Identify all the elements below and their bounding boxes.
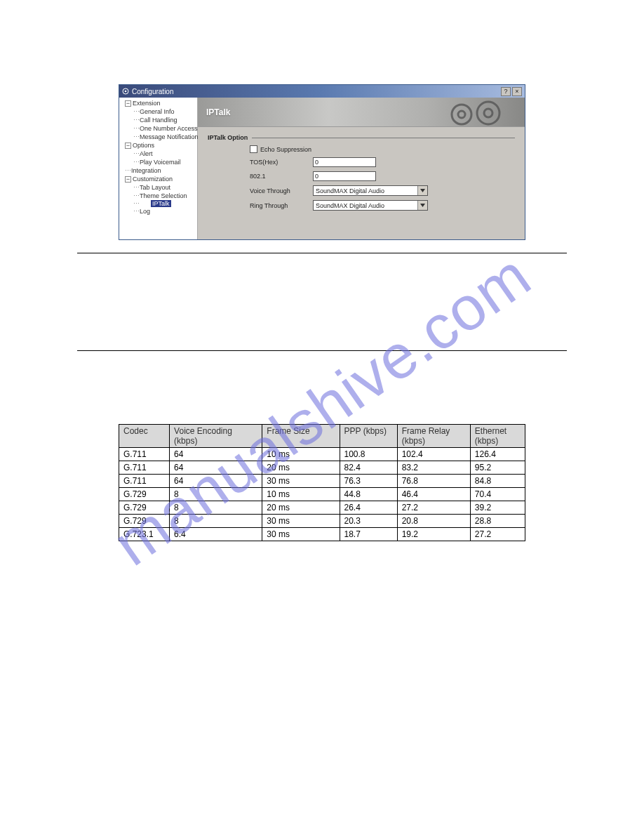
table-cell: 26.4 [340,501,397,515]
content-pane: IPTalk IPTalk Option [198,98,525,239]
ring-through-label: Ring Through [250,202,313,209]
table-cell: 64 [170,461,262,475]
svg-marker-7 [420,204,425,207]
table-cell: 18.7 [340,528,397,541]
table-cell: G.729 [119,515,170,528]
8021-label: 802.1 [250,173,313,180]
table-cell: 126.4 [470,448,525,461]
window-titlebar: Configuration ? × [119,85,525,98]
table-cell: 84.8 [470,475,525,488]
table-cell: 102.4 [397,448,470,461]
table-cell: 64 [170,475,262,488]
8021-input[interactable]: 0 [313,171,376,181]
svg-point-4 [477,102,499,124]
gears-graphic [434,100,518,128]
table-cell: 20.8 [397,515,470,528]
table-cell: G.711 [119,475,170,488]
table-cell: 83.2 [397,461,470,475]
svg-point-1 [125,91,127,93]
tree-node-general-info[interactable]: ⋯General Info [119,107,197,116]
tree-node-extension[interactable]: −Extension [119,99,197,107]
collapse-icon[interactable]: − [125,176,131,183]
tree-node-play-voicemail[interactable]: ⋯Play Voicemail [119,158,197,166]
tree-node-tab-layout[interactable]: ⋯Tab Layout [119,183,197,192]
table-cell: 82.4 [340,461,397,475]
table-cell: 30 ms [262,475,340,488]
table-cell: 39.2 [470,501,525,515]
tree-node-message-notification[interactable]: ⋯Message Notification [119,133,197,141]
table-cell: 100.8 [340,448,397,461]
close-button[interactable]: × [512,87,522,96]
table-cell: 30 ms [262,515,340,528]
codec-table: Codec Voice Encoding (kbps) Frame Size P… [119,424,525,541]
tree-node-log[interactable]: ⋯Log [119,207,197,216]
table-cell: 20 ms [262,501,340,515]
chevron-down-icon [417,186,427,195]
banner: IPTalk [198,98,525,127]
table-cell: 30 ms [262,528,340,541]
table-row: G.7116430 ms76.376.884.8 [119,475,525,488]
table-cell: 27.2 [397,501,470,515]
svg-marker-6 [420,189,425,192]
collapse-icon[interactable]: − [125,143,131,149]
col-ethernet: Ethernet (kbps) [470,425,525,448]
configuration-window: Configuration ? × −Extension ⋯General In… [119,84,525,240]
gear-icon [122,88,129,95]
table-cell: 20 ms [262,461,340,475]
help-button[interactable]: ? [501,87,511,96]
table-cell: 8 [170,501,262,515]
col-frame-relay: Frame Relay (kbps) [397,425,470,448]
table-cell: 46.4 [397,488,470,501]
table-row: G.723.16.430 ms18.719.227.2 [119,528,525,541]
table-row: G.729 820 ms26.427.239.2 [119,501,525,515]
svg-point-2 [452,105,471,124]
echo-suppression-label: Echo Suppression [260,146,311,153]
table-cell: G.729 [119,488,170,501]
horizontal-rule [77,253,567,253]
tree-node-call-handling[interactable]: ⋯Call Handling [119,116,197,124]
table-cell: 20.3 [340,515,397,528]
nav-tree[interactable]: −Extension ⋯General Info ⋯Call Handling … [119,98,198,239]
table-row: G.729 810 ms44.846.470.4 [119,488,525,501]
tree-node-theme-selection[interactable]: ⋯Theme Selection [119,192,197,200]
table-cell: 76.8 [397,475,470,488]
col-frame-size: Frame Size [262,425,340,448]
voice-through-select[interactable]: SoundMAX Digital Audio [313,185,428,196]
svg-point-3 [458,111,465,118]
tree-node-alert[interactable]: ⋯Alert [119,150,197,158]
table-cell: 27.2 [470,528,525,541]
table-cell: G.723.1 [119,528,170,541]
col-voice-encoding: Voice Encoding (kbps) [170,425,262,448]
ring-through-select[interactable]: SoundMAX Digital Audio [313,200,428,211]
voice-through-label: Voice Through [250,187,313,194]
tree-node-iptalk[interactable]: IPTalk [151,200,171,207]
tree-node-customization[interactable]: −Customization [119,175,197,183]
table-cell: G.711 [119,461,170,475]
table-cell: 76.3 [340,475,397,488]
table-cell: 70.4 [470,488,525,501]
tree-node-integration[interactable]: ⋯Integration [119,166,197,175]
table-cell: 8 [170,515,262,528]
tos-input[interactable]: 0 [313,157,376,167]
window-title: Configuration [132,88,501,95]
table-cell: 64 [170,448,262,461]
table-cell: 8 [170,488,262,501]
col-ppp: PPP (kbps) [340,425,397,448]
table-row: G.729 830 ms20.320.828.8 [119,515,525,528]
table-cell: 10 ms [262,448,340,461]
echo-suppression-checkbox[interactable] [250,145,257,153]
table-row: G.7116420 ms82.483.295.2 [119,461,525,475]
tree-node-one-number-access[interactable]: ⋯One Number Access [119,124,197,133]
svg-point-5 [484,109,492,117]
table-row: G.7116410 ms100.8102.4126.4 [119,448,525,461]
table-cell: G.729 [119,501,170,515]
section-title: IPTalk Option [208,134,248,141]
banner-title: IPTalk [206,107,230,117]
table-cell: 44.8 [340,488,397,501]
collapse-icon[interactable]: − [125,100,131,107]
section-divider [252,138,515,138]
col-codec: Codec [119,425,170,448]
tos-label: TOS(Hex) [250,159,313,166]
tree-node-options[interactable]: −Options [119,141,197,150]
chevron-down-icon [417,201,427,210]
